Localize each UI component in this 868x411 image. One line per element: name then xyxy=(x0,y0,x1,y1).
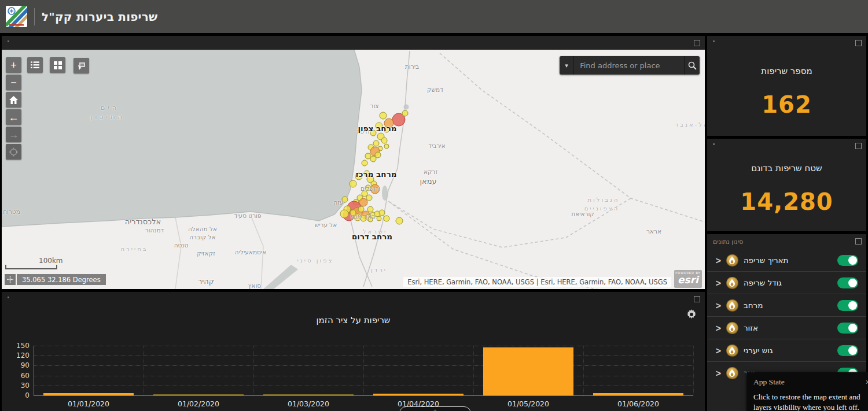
header-divider xyxy=(34,8,35,25)
gridline-vertical xyxy=(583,346,584,395)
filter-toggle[interactable] xyxy=(837,277,858,288)
filter-toggle[interactable] xyxy=(837,323,858,334)
map-expand-icon[interactable] xyxy=(694,40,700,46)
search-button[interactable] xyxy=(684,56,700,75)
filter-toggle[interactable] xyxy=(837,300,858,311)
filter-row[interactable]: >אזור xyxy=(707,316,866,339)
chart-bar[interactable] xyxy=(263,394,354,395)
map-place-label: צור xyxy=(370,102,378,109)
search-widget: ▾ xyxy=(560,56,700,75)
scale-label: 100km xyxy=(39,257,63,265)
map-area[interactable]: בירותדמשקצורחיפהאירבידזרקאעמאןירושליםעזה… xyxy=(2,50,705,289)
filter-rows: >תאריך שריפה>גודל שריפה>מרחב>אזור>גוש יע… xyxy=(707,249,866,384)
map-region-label: מרחב דרום xyxy=(352,232,392,241)
y-axis-tick: 0 xyxy=(6,391,30,399)
stat-label: שטח שריפות בדונם xyxy=(751,163,822,173)
fire-area-card: שטח שריפות בדונם 14,280 xyxy=(707,139,866,231)
chevron-right-icon[interactable]: > xyxy=(715,323,722,333)
crosshair-icon[interactable] xyxy=(5,274,16,285)
stat-label: מספר שריפות xyxy=(761,66,812,76)
chart-bar[interactable] xyxy=(373,394,464,395)
search-dropdown-button[interactable]: ▾ xyxy=(560,56,574,75)
chevron-right-icon[interactable]: > xyxy=(715,300,722,310)
zoom-in-button[interactable]: + xyxy=(6,57,21,73)
legend-list-icon xyxy=(31,61,39,69)
card-expand-icon[interactable] xyxy=(855,40,862,46)
stat-value: 14,280 xyxy=(740,188,833,215)
map-place-label: קהיר xyxy=(198,277,214,286)
chevron-down-icon: ▾ xyxy=(565,62,568,69)
bookmark-map-button[interactable] xyxy=(73,58,89,73)
home-button[interactable] xyxy=(6,92,21,108)
map-place-label: פורט סעיד xyxy=(234,212,262,219)
map-place-label: באר שבע xyxy=(351,213,375,220)
filter-row[interactable]: >מרחב xyxy=(707,294,866,316)
map-place-label: זרקא xyxy=(424,168,437,175)
next-extent-button[interactable]: → xyxy=(6,127,21,142)
panel-drag-dot xyxy=(713,143,715,145)
filter-panel-title: סינון נתונים xyxy=(713,238,743,246)
filter-row[interactable]: >גודל שריפה xyxy=(707,271,866,294)
map-place-label: הצפוניים xyxy=(584,205,620,212)
map-place-label: דמשק xyxy=(427,86,443,93)
chevron-right-icon[interactable]: > xyxy=(715,255,722,265)
filter-row[interactable]: >תאריך שריפה xyxy=(707,249,866,271)
app-state-title: App State xyxy=(753,377,785,387)
home-icon xyxy=(9,96,18,104)
y-axis-tick: 120 xyxy=(6,351,30,360)
zoom-out-button[interactable]: − xyxy=(6,75,21,90)
coordinates-widget: 35.065 32.186 Degrees xyxy=(5,274,106,285)
map-region-label: מרחב צפון xyxy=(358,124,396,133)
y-axis-tick: 90 xyxy=(6,361,30,369)
chart-panel: שריפות על ציר הזמן 030609012015001/01/20… xyxy=(2,292,705,411)
fire-count-card: מספר שריפות 162 xyxy=(707,36,866,136)
map-place-label: צפון סיני xyxy=(297,257,334,264)
filter-row[interactable]: >גוש יערני xyxy=(707,339,866,361)
legend-button[interactable] xyxy=(27,57,43,73)
y-axis-tick: 60 xyxy=(6,372,30,380)
chevron-right-icon[interactable]: > xyxy=(715,277,722,288)
map-labels: בירותדמשקצורחיפהאירבידזרקאעמאןירושליםעזה… xyxy=(2,50,705,289)
chart-bar[interactable] xyxy=(43,393,134,395)
filter-label: מרחב xyxy=(744,301,837,310)
filter-expand-icon[interactable] xyxy=(855,238,862,245)
x-axis-label: 01/05/2020 xyxy=(507,399,549,408)
chevron-right-icon[interactable]: > xyxy=(715,368,722,378)
map-place-label: קוראיאת xyxy=(571,210,594,217)
toggle-knob xyxy=(848,301,857,310)
card-expand-icon[interactable] xyxy=(855,143,862,149)
locate-icon xyxy=(9,147,18,157)
scale-bar: 100km xyxy=(5,257,63,265)
esri-wordmark: esri xyxy=(674,275,702,285)
app-state-popup: App State × Click to restore the map ext… xyxy=(746,372,868,411)
back-arrow-icon: ← xyxy=(9,112,19,123)
map-place-label: אירביד xyxy=(428,142,445,149)
bar-chart: 030609012015001/01/202001/02/202001/03/2… xyxy=(2,292,705,411)
chevron-right-icon[interactable]: > xyxy=(715,345,722,356)
previous-extent-button[interactable]: ← xyxy=(6,109,21,125)
stat-value: 162 xyxy=(762,91,812,118)
toggle-knob xyxy=(848,279,857,287)
locate-button[interactable] xyxy=(6,144,21,160)
filter-label: תאריך שריפה xyxy=(744,256,837,265)
map-place-label: אל מהאלה xyxy=(188,225,217,232)
chart-expand-pill-button[interactable] xyxy=(399,406,471,411)
search-input[interactable] xyxy=(574,56,684,75)
map-place-label: אל-אנבר xyxy=(675,121,705,128)
chart-bar[interactable] xyxy=(593,393,683,395)
filter-toggle[interactable] xyxy=(837,345,858,356)
chart-bar[interactable] xyxy=(483,347,573,395)
close-icon[interactable]: × xyxy=(866,378,868,387)
panel-drag-dot xyxy=(713,40,715,42)
map-attribution: Esri, HERE, Garmin, FAO, NOAA, USGS | Es… xyxy=(403,277,671,287)
filter-toggle[interactable] xyxy=(837,255,858,266)
basemap-gallery-button[interactable] xyxy=(50,57,65,73)
flame-icon xyxy=(726,254,738,266)
map-place-label: הים xyxy=(101,103,120,112)
map-place-label: התיכון xyxy=(90,113,125,121)
flame-icon xyxy=(726,277,738,289)
map-place-label: אל קוברה xyxy=(189,234,216,240)
chart-bar[interactable] xyxy=(153,394,244,395)
map-place-label: עזה xyxy=(333,199,343,206)
flame-icon xyxy=(726,299,738,312)
